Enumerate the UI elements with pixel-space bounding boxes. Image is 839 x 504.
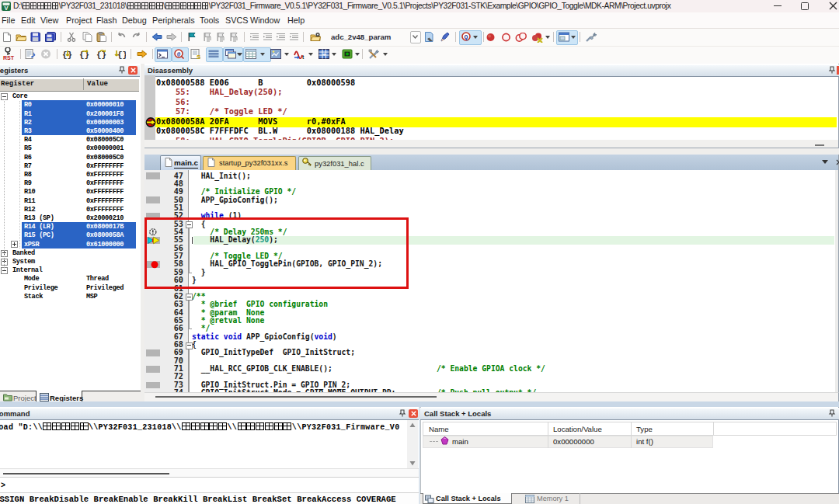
svg-text:{}: {} (117, 50, 126, 59)
svg-text:t: t (302, 54, 305, 59)
svg-text:@: @ (177, 51, 181, 57)
svg-text:RST: RST (3, 55, 15, 61)
svg-text:V: V (4, 5, 8, 12)
svg-text:S: S (197, 54, 201, 60)
svg-text:Q: Q (465, 33, 468, 40)
svg-text:+: + (322, 52, 326, 57)
